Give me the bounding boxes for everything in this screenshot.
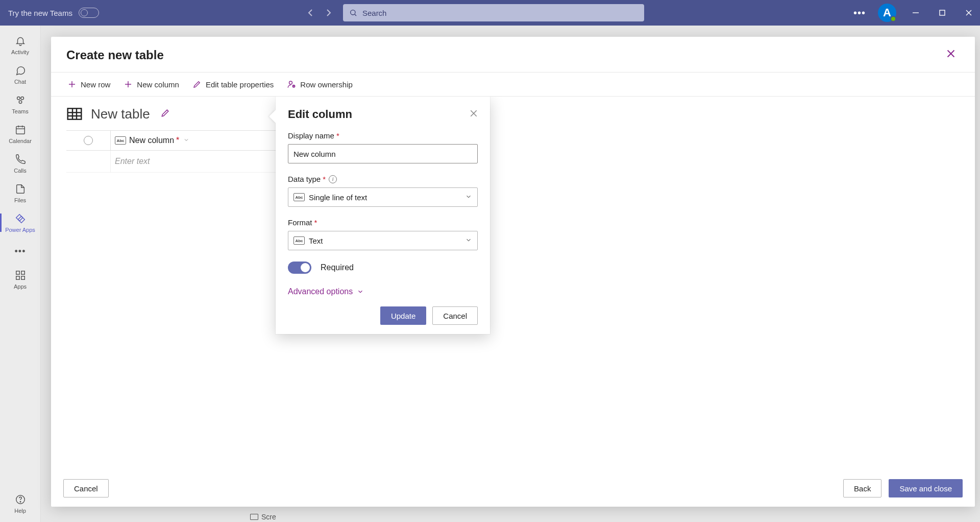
select-all-radio[interactable] xyxy=(66,131,110,150)
rail-label: Files xyxy=(14,197,26,203)
help-icon xyxy=(14,493,27,506)
titlebar: Try the new Teams Search ••• A xyxy=(0,0,980,26)
rail-label: Power Apps xyxy=(5,227,35,233)
svg-rect-15 xyxy=(16,271,19,274)
required-star: * xyxy=(176,136,179,145)
bell-icon xyxy=(14,35,27,47)
search-input[interactable]: Search xyxy=(343,4,644,21)
background-tree-hint: Scre xyxy=(250,513,276,521)
svg-rect-16 xyxy=(21,271,24,274)
format-select[interactable]: Abc Text xyxy=(288,231,478,250)
rail-help[interactable]: Help xyxy=(0,489,40,518)
info-icon[interactable]: i xyxy=(329,175,337,183)
svg-point-8 xyxy=(19,101,22,104)
teams-icon xyxy=(14,94,27,106)
panel-close-button[interactable] xyxy=(470,109,478,120)
more-options-button[interactable]: ••• xyxy=(853,7,866,19)
required-label: Required xyxy=(321,263,354,272)
row-ownership-button[interactable]: Row ownership xyxy=(285,77,355,92)
svg-point-20 xyxy=(20,502,20,502)
display-name-input[interactable] xyxy=(288,144,478,163)
data-type-select[interactable]: Abc Single line of text xyxy=(288,187,478,207)
rail-teams[interactable]: Teams xyxy=(0,90,40,118)
rail-label: Apps xyxy=(14,283,27,290)
chevron-down-icon xyxy=(465,236,472,245)
svg-line-1 xyxy=(355,14,356,16)
text-type-icon: Abc xyxy=(115,136,126,145)
rail-power-apps[interactable]: Power Apps xyxy=(0,208,40,237)
new-column-button[interactable]: New column xyxy=(121,77,181,92)
rail-more[interactable]: ••• xyxy=(15,241,26,262)
back-button[interactable]: Back xyxy=(843,479,881,497)
cancel-button[interactable]: Cancel xyxy=(63,479,109,497)
edit-table-name-button[interactable] xyxy=(160,108,170,120)
svg-rect-18 xyxy=(21,276,24,279)
text-type-icon: Abc xyxy=(293,193,305,201)
rail-files[interactable]: Files xyxy=(0,179,40,207)
svg-rect-9 xyxy=(16,127,24,134)
text-type-icon: Abc xyxy=(293,236,305,245)
try-teams-toggle[interactable] xyxy=(79,8,99,18)
create-table-dialog: Create new table New row New column xyxy=(51,37,975,507)
table-preview: Abc New column * Enter text xyxy=(66,130,276,173)
advanced-options-link[interactable]: Advanced options xyxy=(288,287,478,296)
svg-point-27 xyxy=(289,81,292,84)
pencil-icon xyxy=(192,80,202,89)
svg-rect-3 xyxy=(940,10,945,15)
svg-point-6 xyxy=(17,97,20,100)
file-icon xyxy=(14,183,27,195)
nav-forward-button[interactable] xyxy=(323,7,335,19)
try-new-teams[interactable]: Try the new Teams xyxy=(4,8,103,18)
close-button[interactable] xyxy=(962,6,976,20)
nav-back-button[interactable] xyxy=(304,7,316,19)
data-type-label: Data type xyxy=(288,175,321,183)
minimize-button[interactable] xyxy=(909,6,923,20)
panel-cancel-button[interactable]: Cancel xyxy=(432,306,478,325)
plus-icon xyxy=(67,80,77,89)
format-label: Format xyxy=(288,218,312,227)
rail-label: Calls xyxy=(14,168,26,174)
screen-icon xyxy=(250,514,258,520)
person-icon xyxy=(287,80,296,89)
update-button[interactable]: Update xyxy=(380,306,426,325)
rail-calendar[interactable]: Calendar xyxy=(0,120,40,148)
table-name: New table xyxy=(91,106,150,122)
display-name-label: Display name xyxy=(288,131,334,140)
rail-label: Help xyxy=(14,508,26,514)
new-row-button[interactable]: New row xyxy=(65,77,112,92)
column-menu-chevron[interactable] xyxy=(183,137,189,145)
rail-apps[interactable]: Apps xyxy=(0,265,40,294)
rail-label: Teams xyxy=(12,108,28,114)
save-and-close-button[interactable]: Save and close xyxy=(889,479,963,497)
edit-table-properties-button[interactable]: Edit table properties xyxy=(190,77,276,92)
required-toggle[interactable] xyxy=(288,262,311,274)
cell-input[interactable]: Enter text xyxy=(110,151,276,172)
maximize-button[interactable] xyxy=(935,6,949,20)
search-icon xyxy=(349,9,357,17)
column-header[interactable]: Abc New column * xyxy=(110,131,276,150)
calendar-icon xyxy=(14,124,27,136)
panel-title: Edit column xyxy=(288,108,352,121)
search-placeholder: Search xyxy=(362,9,387,17)
rail-calls[interactable]: Calls xyxy=(0,149,40,178)
rail-chat[interactable]: Chat xyxy=(0,60,40,89)
edit-column-panel: Edit column Display name * xyxy=(276,97,490,334)
apps-icon xyxy=(14,269,27,281)
svg-rect-29 xyxy=(68,108,82,119)
svg-point-7 xyxy=(20,97,23,100)
svg-point-0 xyxy=(351,10,355,15)
rail-label: Chat xyxy=(14,79,26,85)
rail-label: Activity xyxy=(11,49,29,55)
svg-rect-17 xyxy=(16,276,19,279)
avatar[interactable]: A xyxy=(878,4,896,22)
dialog-toolbar: New row New column Edit table properties xyxy=(51,73,975,97)
chevron-down-icon xyxy=(465,193,472,202)
app-rail: Activity Chat Teams Calendar Calls xyxy=(0,26,41,522)
rail-activity[interactable]: Activity xyxy=(0,31,40,59)
dialog-close-button[interactable] xyxy=(942,47,960,63)
phone-icon xyxy=(14,153,27,165)
rail-label: Calendar xyxy=(9,138,32,144)
presence-indicator xyxy=(890,16,896,22)
dialog-title: Create new table xyxy=(66,48,164,62)
chat-icon xyxy=(14,64,27,77)
